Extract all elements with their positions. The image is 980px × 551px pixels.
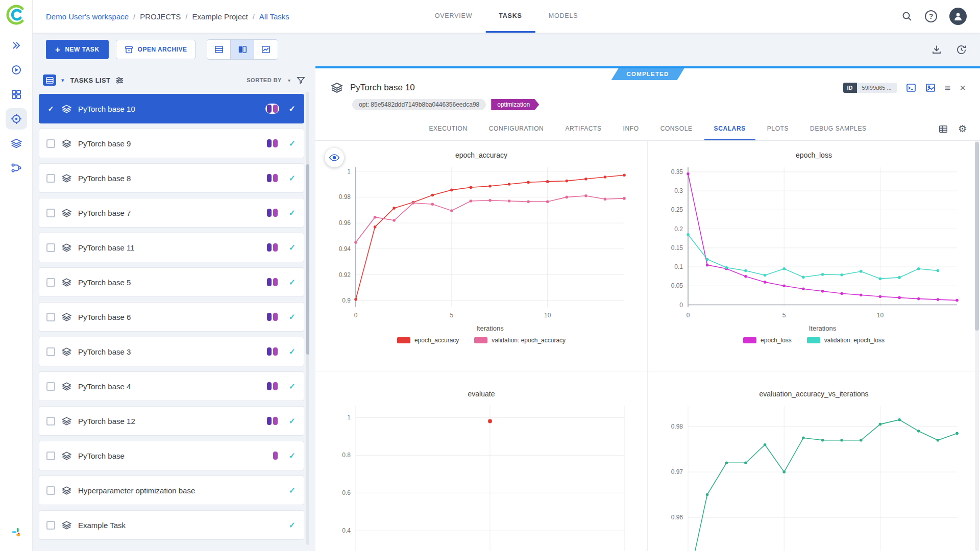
output-log-icon[interactable]	[906, 83, 916, 93]
column-settings-icon[interactable]	[115, 76, 124, 85]
task-list-item[interactable]: PyTorch base 4 ✓	[39, 371, 304, 401]
pipelines-icon[interactable]	[6, 157, 27, 179]
chart-plot[interactable]: 051000.050.10.150.20.250.30.35Iterations	[656, 161, 971, 335]
tasks-list-scrollbar[interactable]	[306, 92, 309, 545]
metrics-table-icon[interactable]	[939, 124, 948, 134]
download-icon[interactable]	[932, 44, 942, 55]
archive-icon	[125, 45, 133, 54]
task-type-icon	[62, 520, 71, 530]
expand-nav-icon[interactable]	[6, 35, 27, 56]
chart-plot[interactable]: 0.950.960.970.98	[656, 400, 971, 551]
task-status-check-icon: ✓	[289, 104, 296, 114]
breadcrumb-project-name[interactable]: Example Project	[192, 12, 248, 21]
legend-item[interactable]: epoch_loss	[743, 337, 792, 344]
list-view-selector-icon[interactable]	[43, 74, 56, 86]
slack-icon[interactable]	[6, 521, 27, 543]
task-list-item[interactable]: PyTorch base 3 ✓	[39, 337, 304, 366]
task-name: PyTorch base 12	[78, 417, 135, 425]
search-icon[interactable]	[901, 11, 913, 22]
task-list-item[interactable]: PyTorch base 5 ✓	[39, 267, 304, 297]
sorted-by-button[interactable]: SORTED BY	[247, 77, 282, 83]
list-view-caret-icon[interactable]: ▾	[61, 77, 64, 84]
task-list-item[interactable]: Hyperparameter optimization base ✓	[39, 475, 304, 505]
task-menu-icon[interactable]: ≡	[945, 82, 951, 94]
tab-models[interactable]: MODELS	[535, 0, 592, 33]
task-checkbox[interactable]: ✓	[46, 105, 55, 113]
filter-icon[interactable]	[297, 76, 305, 85]
new-task-button[interactable]: + NEW TASK	[46, 40, 109, 59]
tab-configuration[interactable]: CONFIGURATION	[479, 117, 554, 140]
task-id-badge[interactable]: ID 59f99d65 ...	[843, 83, 897, 93]
legend-item[interactable]: validation: epoch_loss	[807, 337, 885, 344]
settings-gear-icon[interactable]: ⚙	[958, 123, 967, 135]
task-list-item[interactable]: PyTorch base 7 ✓	[39, 198, 304, 228]
tab-tasks[interactable]: TASKS	[485, 0, 535, 33]
tab-info[interactable]: INFO	[614, 117, 649, 140]
user-avatar[interactable]	[949, 8, 967, 25]
task-list-item[interactable]: PyTorch base 9 ✓	[39, 129, 304, 158]
svg-text:5: 5	[450, 312, 454, 319]
task-checkbox[interactable]	[46, 486, 55, 495]
legend-item[interactable]: validation: epoch_accuracy	[474, 337, 566, 344]
task-checkbox[interactable]	[46, 174, 55, 183]
getting-started-icon[interactable]	[6, 59, 27, 81]
tab-overview[interactable]: OVERVIEW	[422, 0, 486, 33]
chart-plot[interactable]: 0.20.40.60.81	[324, 400, 639, 551]
task-tag-opt[interactable]: opt: 85e5482ddd7149b8ba0446356eedca98	[352, 99, 486, 110]
task-list-item[interactable]: PyTorch base ✓	[39, 441, 304, 470]
svg-text:0.92: 0.92	[339, 271, 351, 279]
projects-icon[interactable]	[6, 108, 27, 130]
task-list-item[interactable]: PyTorch base 6 ✓	[39, 302, 304, 332]
task-list-item[interactable]: Example Task ✓	[39, 510, 304, 540]
task-checkbox[interactable]	[46, 417, 55, 425]
task-checkbox[interactable]	[46, 382, 55, 391]
task-checkbox[interactable]	[46, 139, 55, 148]
close-detail-icon[interactable]: ×	[960, 82, 966, 94]
legend-item[interactable]: epoch_accuracy	[397, 337, 459, 344]
datasets-icon[interactable]	[6, 133, 27, 154]
tab-console[interactable]: CONSOLE	[651, 117, 702, 140]
task-list-item[interactable]: PyTorch base 12 ✓	[39, 406, 304, 436]
task-checkbox[interactable]	[46, 347, 55, 356]
task-checkbox[interactable]	[46, 521, 55, 530]
task-status-check-icon: ✓	[289, 208, 296, 218]
chart-plot[interactable]: 05100.90.920.940.960.981Iterations	[324, 161, 639, 335]
tab-scalars[interactable]: SCALARS	[704, 117, 755, 140]
help-icon[interactable]: ?	[925, 10, 937, 22]
task-tag-optimization[interactable]: optimization	[491, 99, 539, 110]
task-tag-pills	[265, 242, 279, 253]
table-view-button[interactable]	[207, 40, 231, 59]
open-archive-button[interactable]: OPEN ARCHIVE	[116, 40, 196, 59]
top-header: Demo User's workspace / PROJECTS / Examp…	[33, 0, 980, 33]
split-view-button[interactable]	[231, 40, 254, 59]
task-checkbox[interactable]	[46, 452, 55, 460]
dashboard-icon[interactable]	[6, 84, 27, 105]
auto-refresh-icon[interactable]	[956, 44, 967, 55]
tab-debug-samples[interactable]: DEBUG SAMPLES	[800, 117, 876, 140]
tab-plots[interactable]: PLOTS	[757, 117, 798, 140]
detail-scrollbar[interactable]	[975, 141, 979, 551]
tag-pill	[273, 452, 278, 460]
task-list-item[interactable]: ✓ PyTorch base 10 ✓	[39, 94, 304, 123]
breadcrumb-workspace[interactable]: Demo User's workspace	[46, 12, 129, 21]
task-type-icon	[62, 382, 71, 391]
svg-text:0.98: 0.98	[671, 423, 683, 430]
task-checkbox[interactable]	[46, 209, 55, 217]
tab-execution[interactable]: EXECUTION	[419, 117, 477, 140]
task-checkbox[interactable]	[46, 313, 55, 321]
task-list-item[interactable]: PyTorch base 11 ✓	[39, 233, 304, 262]
tag-pill	[273, 139, 278, 147]
breadcrumb-projects[interactable]: PROJECTS	[140, 12, 181, 21]
task-checkbox[interactable]	[46, 243, 55, 252]
sorted-by-caret-icon[interactable]: ▾	[288, 78, 290, 83]
task-type-icon	[62, 451, 71, 461]
hide-show-metrics-eye-icon[interactable]	[325, 148, 344, 167]
clearml-logo-icon[interactable]	[6, 4, 27, 26]
breadcrumb-all-tasks[interactable]: All Tasks	[259, 12, 289, 21]
preview-image-icon[interactable]	[925, 83, 936, 93]
task-status-check-icon: ✓	[289, 416, 296, 426]
task-list-item[interactable]: PyTorch base 8 ✓	[39, 163, 304, 193]
task-checkbox[interactable]	[46, 278, 55, 287]
compare-view-button[interactable]	[254, 40, 278, 59]
tab-artifacts[interactable]: ARTIFACTS	[555, 117, 611, 140]
